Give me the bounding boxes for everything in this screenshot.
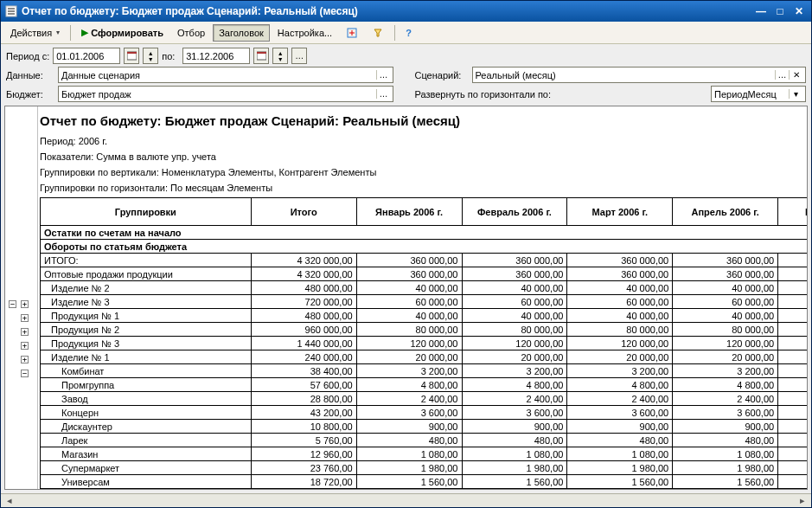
maximize-button[interactable]: □ [771,3,789,19]
data-combo[interactable]: Данные сценария … [58,67,393,83]
value-cell: 38 400,00 [251,364,356,378]
value-cell: 40 000,00 [673,309,778,323]
value-cell: 20 000,00 [462,350,567,364]
value-cell: 1 980,00 [673,461,778,475]
app-icon [4,4,18,18]
value-cell: 2 400,00 [462,392,567,406]
budget-combo[interactable]: Бюджет продаж … [58,86,393,102]
tool-icon-2[interactable] [366,24,390,42]
svg-rect-6 [127,52,137,54]
scroll-right-icon[interactable]: ▸ [796,495,809,506]
value-cell: 3 600,00 [462,406,567,420]
actions-menu[interactable]: Действия [4,24,66,42]
scenario-combo[interactable]: Реальный (месяц) … ✕ [472,67,807,83]
collapse-node[interactable]: − [9,300,16,308]
value-cell: 1 980,00 [778,461,808,475]
period-to-spin[interactable]: ▲▼ [272,48,288,64]
svg-rect-1 [8,8,15,10]
scroll-left-icon[interactable]: ◂ [3,495,16,506]
expand-node[interactable]: + [21,314,29,322]
value-cell: 1 560,00 [462,475,567,489]
report-area[interactable]: − + + + + + − Отчет по бюджету: Бюджет п… [4,106,808,490]
value-cell: 60 000,00 [567,295,673,309]
value-cell: 360 000,00 [673,267,778,281]
expand-combo[interactable]: ПериодМесяц ▾ [711,86,806,102]
row-name-cell: Комбинат [41,364,252,378]
period-select-button[interactable]: … [291,48,307,64]
horizontal-scrollbar[interactable]: ◂ ▸ [1,493,811,507]
row-name-cell: Ларек [41,434,252,447]
section-cell: Остатки по счетам на конец [41,489,809,491]
value-cell: 20 000,00 [778,350,808,364]
value-cell: 60 000,00 [462,295,567,309]
row-name-cell: Универсам [41,475,252,489]
expand-node[interactable]: + [21,342,29,350]
report-info-indicators: Показатели: Сумма в валюте упр. учета [40,151,808,163]
value-cell: 1 080,00 [462,447,567,461]
value-cell: 40 000,00 [356,309,462,323]
row-name-cell: Продукция № 1 [41,309,252,323]
generate-button[interactable]: ▶ Сформировать [75,24,169,42]
settings-button[interactable]: Настройка... [272,24,338,42]
value-cell: 1 980,00 [356,461,462,475]
help-button[interactable]: ? [400,24,418,42]
value-cell: 20 000,00 [673,350,778,364]
period-from-calendar[interactable] [124,48,139,64]
row-name-cell: ИТОГО: [41,254,252,267]
section-cell: Остатки по счетам на начало [41,226,809,240]
table-row: Промгруппа57 600,004 800,004 800,004 800… [41,378,809,392]
column-header: Январь 2006 г. [356,198,462,226]
value-cell: 360 000,00 [567,267,673,281]
data-label: Данные: [6,70,54,80]
value-cell: 360 000,00 [462,267,567,281]
value-cell: 60 000,00 [673,295,778,309]
period-from-spin[interactable]: ▲▼ [143,48,158,64]
row-name-cell: Продукция № 2 [41,323,252,337]
period-to-calendar[interactable] [253,48,269,64]
svg-rect-2 [8,10,15,12]
header-button[interactable]: Заголовок [213,24,270,42]
filter-button[interactable]: Отбор [171,24,211,42]
budget-select-button[interactable]: … [376,89,390,99]
expand-node[interactable]: + [21,300,29,308]
table-row: Концерн43 200,003 600,003 600,003 600,00… [41,406,809,420]
value-cell: 60 000,00 [356,295,462,309]
value-cell: 900,00 [673,420,778,434]
scenario-value: Реальный (месяц) [476,70,776,80]
separator [394,25,395,41]
value-cell: 80 000,00 [462,323,567,337]
period-to-value: 31.12.2006 [186,51,233,61]
value-cell: 3 200,00 [462,364,567,378]
expand-node[interactable]: + [21,356,29,363]
svg-rect-8 [257,52,266,54]
value-cell: 480 000,00 [251,281,356,295]
value-cell: 3 600,00 [356,406,462,420]
table-row: ИТОГО:4 320 000,00360 000,00360 000,0036… [41,254,809,267]
row-name-cell: Изделие № 3 [41,295,252,309]
data-select-button[interactable]: … [376,70,390,80]
period-from-input[interactable]: 01.01.2006 [53,48,120,64]
period-to-input[interactable]: 31.12.2006 [182,48,250,64]
scenario-label: Сценарий: [415,70,469,80]
row-name-cell: Промгруппа [41,378,252,392]
tree-gutter: − + + + + + − [5,106,38,489]
value-cell: 4 800,00 [778,378,808,392]
scenario-clear-button[interactable]: ✕ [789,70,802,80]
value-cell: 80 000,00 [778,323,808,337]
scenario-select-button[interactable]: … [775,70,789,80]
table-row: Супермаркет23 760,001 980,001 980,001 98… [41,461,809,475]
report-table: ГруппировкиИтогоЯнварь 2006 г.Февраль 20… [40,197,808,490]
close-button[interactable]: ✕ [790,3,808,19]
collapse-node[interactable]: − [21,370,29,377]
expand-dropdown-button[interactable]: ▾ [789,89,802,99]
section-turnover-row: Обороты по статьям бюджета [41,240,809,254]
minimize-button[interactable]: — [752,3,770,19]
expand-node[interactable]: + [21,328,29,336]
value-cell: 2 400,00 [778,392,808,406]
value-cell: 1 080,00 [567,447,673,461]
value-cell: 240 000,00 [251,350,356,364]
tool-icon-1[interactable] [340,24,364,42]
value-cell: 1 080,00 [356,447,462,461]
table-row: Изделие № 2480 000,0040 000,0040 000,004… [41,281,809,295]
column-header: Март 2006 г. [567,198,673,226]
